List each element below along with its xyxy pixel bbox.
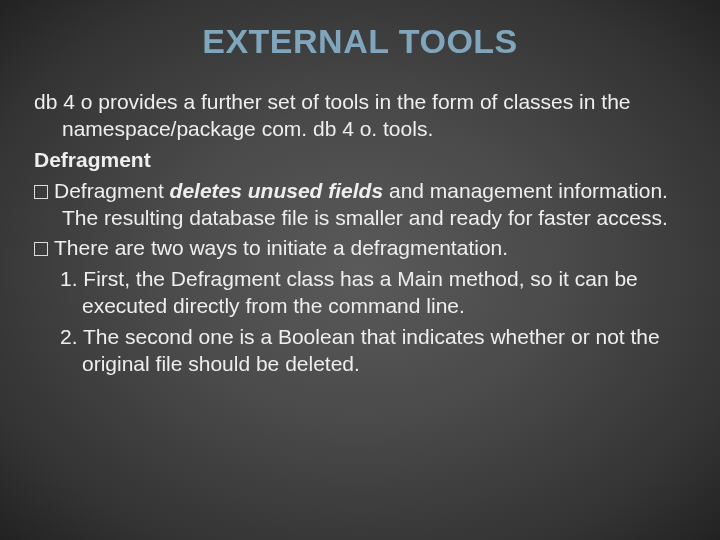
- bullet-2: There are two ways to initiate a defragm…: [34, 235, 686, 262]
- intro-rest: provides a further set of tools in the f…: [62, 90, 631, 140]
- subheading-defragment: Defragment: [34, 147, 686, 174]
- bullet-1: Defragment deletes unused fields and man…: [34, 178, 686, 232]
- slide-body: db 4 o provides a further set of tools i…: [30, 89, 690, 378]
- slide-title: EXTERNAL TOOLS: [30, 22, 690, 61]
- bullet-1-emphasis: deletes unused fields: [170, 179, 384, 202]
- numbered-item-2: 2. The second one is a Boolean that indi…: [34, 324, 686, 378]
- bullet-1-before: Defragment: [54, 179, 170, 202]
- slide: EXTERNAL TOOLS db 4 o provides a further…: [0, 0, 720, 540]
- bullet-icon: [34, 185, 48, 199]
- intro-paragraph: db 4 o provides a further set of tools i…: [34, 89, 686, 143]
- intro-lead: db 4 o: [34, 90, 98, 113]
- numbered-item-1: 1. First, the Defragment class has a Mai…: [34, 266, 686, 320]
- bullet-icon: [34, 242, 48, 256]
- bullet-2-text: There are two ways to initiate a defragm…: [54, 236, 508, 259]
